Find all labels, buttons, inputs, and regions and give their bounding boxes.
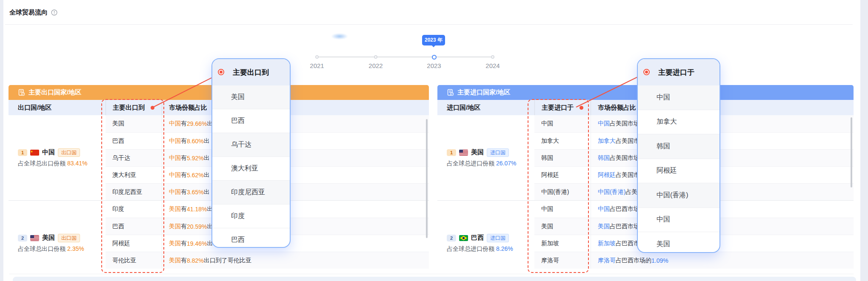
popup-item: 巴西 <box>212 109 290 133</box>
export-table-title: 主要出口国家/地区 <box>29 88 81 97</box>
export-table-scrollbar[interactable] <box>426 119 428 238</box>
country-name: 美国 <box>42 234 55 242</box>
next-section-strip <box>13 277 856 281</box>
rank-badge: 2 <box>447 235 456 241</box>
timeline-track[interactable] <box>317 57 493 57</box>
annotation-dot <box>151 106 154 110</box>
timeline-dot-2022[interactable] <box>374 55 377 59</box>
share-value: 26.07% <box>496 160 516 167</box>
rank-badge: 1 <box>447 149 456 156</box>
timeline-label-2021: 2021 <box>304 62 330 69</box>
import-column-popup: 主要进口于 中国 加拿大 韩国 阿根廷 中国(香港) 中国 美国 <box>637 58 720 253</box>
timeline-dot-2021[interactable] <box>315 55 319 59</box>
share-value: 8.26% <box>496 245 513 252</box>
popup-item: 美国 <box>638 232 720 253</box>
country-name: 美国 <box>471 148 484 156</box>
col-header-import-from: 主要进口于 <box>534 100 591 115</box>
importer-tag: 进口国 <box>487 148 509 157</box>
rank-badge: 2 <box>18 235 27 241</box>
table-row: 哥伦比亚 美国有 8.82% 出口到了哥伦比亚 <box>106 252 429 269</box>
country-name: 中国 <box>42 148 55 156</box>
flag-usa <box>30 235 39 241</box>
annotation-dot <box>580 106 583 110</box>
timeline-label-2023: 2023 <box>421 62 447 69</box>
popup-item: 中国 <box>638 207 720 232</box>
timeline-dot-2023-handle[interactable] <box>432 55 437 60</box>
importer-cell: 2 巴西 进口国 占全球总进口份额8.26% <box>437 201 534 273</box>
popup-item: 印度 <box>212 204 290 228</box>
popup-item: 加拿大 <box>638 110 720 134</box>
popup-item: 韩国 <box>638 134 720 159</box>
timeline-tooltip: 2023 年 <box>422 35 445 45</box>
col-header-exporter: 出口国/地区 <box>9 100 106 115</box>
col-header-export-to: 主要出口到 <box>106 100 162 115</box>
table-list-icon <box>447 89 454 96</box>
exporter-tag: 出口国 <box>58 234 80 242</box>
global-share-line: 占全球总出口份额83.41% <box>18 160 106 167</box>
country-name: 巴西 <box>471 234 484 242</box>
exporter-cell: 1 中国 出口国 占全球总出口份额83.41% <box>9 115 106 200</box>
decoration-smudge <box>331 33 348 40</box>
popup-item: 印度尼西亚 <box>212 180 290 204</box>
share-value: 83.41% <box>67 160 87 167</box>
flag-china <box>30 150 39 156</box>
popup-item: 中国 <box>638 85 720 110</box>
timeline-label-2022: 2022 <box>363 62 388 69</box>
import-table-title: 主要进口国家/地区 <box>457 88 510 97</box>
page-title: 全球贸易流向 <box>9 9 48 17</box>
export-column-popup: 主要出口到 美国 巴西 乌干达 澳大利亚 印度尼西亚 印度 巴西 <box>211 58 291 248</box>
global-share-line: 占全球总进口份额8.26% <box>447 245 534 253</box>
popup-item: 澳大利亚 <box>212 156 290 180</box>
popup-item: 美国 <box>212 85 290 109</box>
col-header-market-share: 市场份额占比 <box>591 100 854 115</box>
global-share-line: 占全球总进口份额26.07% <box>447 160 534 167</box>
popup-item: 阿根廷 <box>638 159 720 183</box>
popup-item: 乌干达 <box>212 133 290 156</box>
import-popup-title: 主要进口于 <box>638 59 720 85</box>
import-popup-target-marker <box>643 69 650 75</box>
popup-item: 巴西 <box>212 228 290 248</box>
share-value: 2.35% <box>67 245 84 252</box>
timeline-label-2024: 2024 <box>480 62 505 69</box>
card-bottom-edge <box>9 274 854 274</box>
col-header-importer: 进口国/地区 <box>437 100 534 115</box>
global-share-line: 占全球总出口份额2.35% <box>18 245 106 253</box>
page-header: 全球贸易流向 <box>9 6 57 19</box>
exporter-tag: 出口国 <box>58 148 80 157</box>
import-table-scrollbar[interactable] <box>851 117 852 187</box>
popup-item: 中国(香港) <box>638 183 720 207</box>
exporter-cell: 2 美国 出口国 占全球总出口份额2.35% <box>9 201 106 273</box>
rank-badge: 1 <box>18 149 27 156</box>
importer-cell: 1 美国 进口国 占全球总进口份额26.07% <box>437 115 534 200</box>
table-row: 摩洛哥 摩洛哥占巴西市场的 1.09% <box>534 252 854 269</box>
export-popup-target-marker <box>218 69 224 75</box>
flag-usa <box>459 150 468 156</box>
table-list-icon <box>18 89 25 96</box>
info-icon[interactable] <box>51 9 57 16</box>
col-header-market-share: 市场份额占比 <box>162 100 429 115</box>
importer-tag: 进口国 <box>487 234 509 242</box>
flag-brazil <box>459 235 468 241</box>
timeline-dot-2024[interactable] <box>491 55 494 59</box>
